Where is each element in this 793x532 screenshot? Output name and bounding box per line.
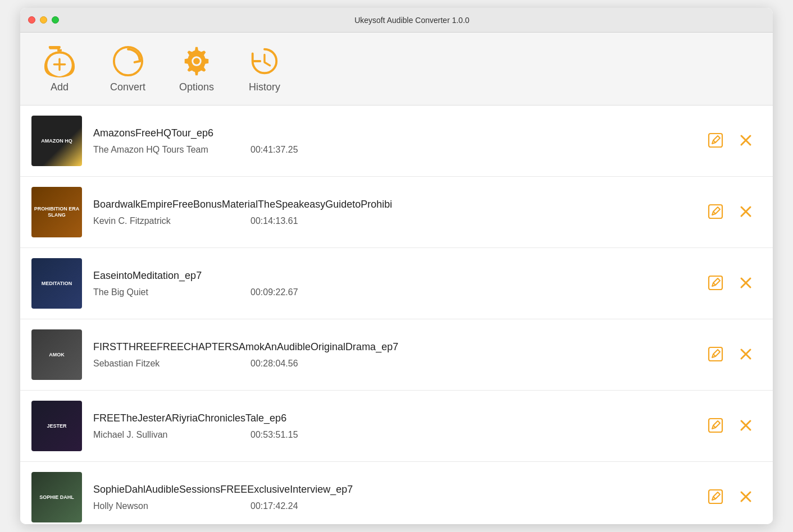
delete-button[interactable] xyxy=(736,415,756,437)
book-title: BoardwalkEmpireFreeBonusMaterialTheSpeak… xyxy=(93,199,694,210)
svg-rect-5 xyxy=(709,276,722,290)
book-meta: The Amazon HQ Tours Team 00:41:37.25 xyxy=(93,145,694,155)
book-cover: AMOK xyxy=(31,329,82,380)
row-actions xyxy=(705,415,762,437)
book-row: SOPHIE DAHL SophieDahlAudibleSessionsFRE… xyxy=(20,462,773,524)
book-cover: MEDITATION xyxy=(31,258,82,309)
window-title: Ukeysoft Audible Converter 1.0.0 xyxy=(59,16,765,25)
book-author: Holly Newson xyxy=(93,501,228,511)
delete-button[interactable] xyxy=(736,201,756,223)
book-author: Kevin C. Fitzpatrick xyxy=(93,216,228,226)
row-actions xyxy=(705,344,762,366)
book-row: AMOK FIRSTTHREEFREECHAPTERSAmokAnAudible… xyxy=(20,319,773,391)
close-button[interactable] xyxy=(28,16,35,24)
svg-rect-6 xyxy=(709,347,722,361)
main-window: Ukeysoft Audible Converter 1.0.0 Add xyxy=(20,8,773,524)
book-meta: Sebastian Fitzek 00:28:04.56 xyxy=(93,359,694,369)
svg-rect-3 xyxy=(709,134,722,147)
book-duration: 00:09:22.67 xyxy=(250,287,298,297)
book-title: AmazonsFreeHQTour_ep6 xyxy=(93,127,694,139)
delete-button[interactable] xyxy=(736,487,756,508)
edit-button[interactable] xyxy=(705,415,726,437)
row-actions xyxy=(705,130,762,152)
book-author: The Amazon HQ Tours Team xyxy=(93,145,228,155)
book-info: FREETheJesterARiyriaChroniclesTale_ep6 M… xyxy=(93,412,694,440)
edit-button[interactable] xyxy=(705,273,726,295)
book-author: Michael J. Sullivan xyxy=(93,430,228,440)
book-duration: 00:14:13.61 xyxy=(250,216,298,226)
book-duration: 00:28:04.56 xyxy=(250,359,298,369)
convert-label: Convert xyxy=(110,81,145,93)
book-duration: 00:41:37.25 xyxy=(250,145,298,155)
book-author: The Big Quiet xyxy=(93,287,228,297)
book-title: SophieDahlAudibleSessionsFREEExclusiveIn… xyxy=(93,484,694,496)
book-title: FIRSTTHREEFREECHAPTERSAmokAnAudibleOrigi… xyxy=(93,341,694,353)
add-label: Add xyxy=(51,81,69,93)
book-meta: Michael J. Sullivan 00:53:51.15 xyxy=(93,430,694,440)
edit-button[interactable] xyxy=(705,201,726,223)
row-actions xyxy=(705,201,762,223)
delete-button[interactable] xyxy=(736,130,756,152)
delete-button[interactable] xyxy=(736,344,756,366)
book-row: MEDITATION EaseintoMeditation_ep7 The Bi… xyxy=(20,248,773,319)
edit-button[interactable] xyxy=(705,487,726,508)
svg-rect-4 xyxy=(709,205,722,218)
book-list: AMAZON HQ AmazonsFreeHQTour_ep6 The Amaz… xyxy=(20,106,773,524)
row-actions xyxy=(705,487,762,508)
edit-button[interactable] xyxy=(705,130,726,152)
book-info: EaseintoMeditation_ep7 The Big Quiet 00:… xyxy=(93,270,694,297)
options-label: Options xyxy=(179,81,214,93)
delete-button[interactable] xyxy=(736,273,756,295)
maximize-button[interactable] xyxy=(52,16,59,24)
history-label: History xyxy=(249,81,280,93)
book-row: PROHIBITION ERA SLANG BoardwalkEmpireFre… xyxy=(20,177,773,248)
book-duration: 00:53:51.15 xyxy=(250,430,298,440)
book-row: AMAZON HQ AmazonsFreeHQTour_ep6 The Amaz… xyxy=(20,106,773,177)
convert-icon xyxy=(111,44,145,78)
book-meta: The Big Quiet 00:09:22.67 xyxy=(93,287,694,297)
book-cover: SOPHIE DAHL xyxy=(31,472,82,522)
add-icon xyxy=(43,44,76,78)
history-button[interactable]: History xyxy=(248,44,281,93)
book-author: Sebastian Fitzek xyxy=(93,359,228,369)
edit-button[interactable] xyxy=(705,344,726,366)
row-actions xyxy=(705,273,762,295)
book-info: SophieDahlAudibleSessionsFREEExclusiveIn… xyxy=(93,484,694,511)
book-row: JESTER FREETheJesterARiyriaChroniclesTal… xyxy=(20,391,773,462)
svg-point-2 xyxy=(193,58,200,65)
book-duration: 00:17:42.24 xyxy=(250,501,298,511)
titlebar: Ukeysoft Audible Converter 1.0.0 xyxy=(20,8,773,33)
book-cover: AMAZON HQ xyxy=(31,116,82,166)
options-icon xyxy=(180,44,213,78)
traffic-lights xyxy=(28,16,59,24)
book-cover: PROHIBITION ERA SLANG xyxy=(31,187,82,237)
svg-rect-8 xyxy=(709,490,722,503)
history-icon xyxy=(248,44,281,78)
svg-rect-7 xyxy=(709,419,722,432)
book-cover: JESTER xyxy=(31,401,82,451)
book-info: BoardwalkEmpireFreeBonusMaterialTheSpeak… xyxy=(93,199,694,226)
options-button[interactable]: Options xyxy=(179,44,214,93)
convert-button[interactable]: Convert xyxy=(110,44,145,93)
add-button[interactable]: Add xyxy=(43,44,76,93)
book-meta: Holly Newson 00:17:42.24 xyxy=(93,501,694,511)
book-title: EaseintoMeditation_ep7 xyxy=(93,270,694,282)
book-info: FIRSTTHREEFREECHAPTERSAmokAnAudibleOrigi… xyxy=(93,341,694,369)
toolbar: Add Convert Opt xyxy=(20,33,773,106)
book-meta: Kevin C. Fitzpatrick 00:14:13.61 xyxy=(93,216,694,226)
minimize-button[interactable] xyxy=(40,16,47,24)
book-title: FREETheJesterARiyriaChroniclesTale_ep6 xyxy=(93,412,694,424)
book-info: AmazonsFreeHQTour_ep6 The Amazon HQ Tour… xyxy=(93,127,694,155)
